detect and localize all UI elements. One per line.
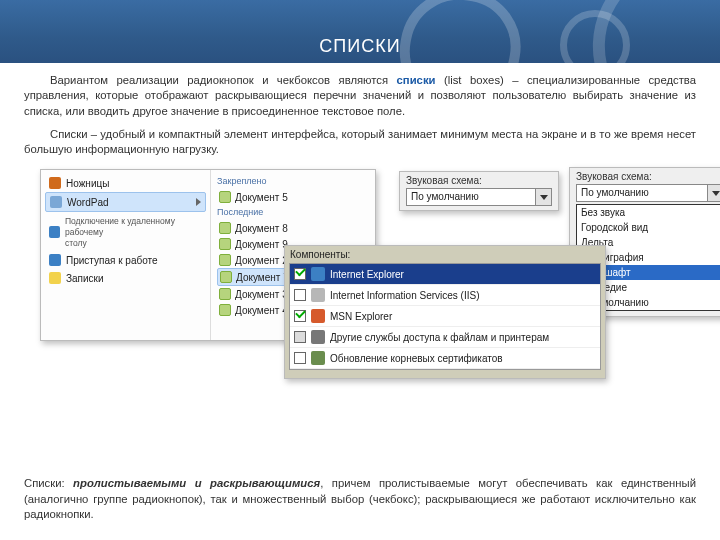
label: MSN Explorer <box>330 311 392 322</box>
component-iis[interactable]: Internet Information Services (IIS) <box>290 285 600 306</box>
checkbox[interactable] <box>294 352 306 364</box>
scissors-icon <box>49 177 61 189</box>
intro-paragraph: Вариантом реализации радиокнопок и чекбо… <box>24 73 696 119</box>
text: Подключение к удаленному рабочему <box>65 216 175 237</box>
iis-icon <box>311 288 325 302</box>
menu-item-snipping[interactable]: Ножницы <box>45 174 206 192</box>
checkbox[interactable] <box>294 289 306 301</box>
note-icon <box>49 272 61 284</box>
chevron-down-icon <box>712 191 720 196</box>
checkbox-checked[interactable] <box>294 310 306 322</box>
dropdown-value: По умолчанию <box>581 187 649 198</box>
option-city[interactable]: Городской вид <box>577 220 720 235</box>
page-title: СПИСКИ <box>0 36 720 57</box>
label: Обновление корневых сертификатов <box>330 353 503 364</box>
label: Документ 3 <box>235 289 288 300</box>
doc-icon <box>219 222 231 234</box>
doc-icon <box>219 288 231 300</box>
label: Документ 8 <box>235 223 288 234</box>
label: WordPad <box>67 197 109 208</box>
menu-item-rdp[interactable]: Подключение к удаленному рабочемустолу <box>45 212 206 251</box>
menu-item-getting-started[interactable]: Приступая к работе <box>45 251 206 269</box>
text: столу <box>65 238 87 248</box>
examples-gallery: Ножницы WordPad Подключение к удаленному… <box>24 165 696 385</box>
label: Internet Explorer <box>330 269 404 280</box>
section-recent: Последние <box>217 207 369 217</box>
ie-icon <box>311 267 325 281</box>
rdp-icon <box>49 226 60 238</box>
sound-scheme-select[interactable]: По умолчанию <box>406 188 552 206</box>
header-banner: СПИСКИ <box>0 0 720 63</box>
section-pinned: Закреплено <box>217 176 369 186</box>
label: Internet Information Services (IIS) <box>330 290 480 301</box>
chevron-down-icon <box>540 195 548 200</box>
dropdown-value: По умолчанию <box>411 191 479 202</box>
component-root-certs[interactable]: Обновление корневых сертификатов <box>290 348 600 369</box>
label: Документ 7 <box>236 272 289 283</box>
dropdown-closed: Звуковая схема: По умолчанию <box>399 171 559 211</box>
chevron-right-icon <box>196 198 201 206</box>
label: Приступая к работе <box>66 255 158 266</box>
components-label: Компоненты: <box>285 246 605 263</box>
components-list: Internet Explorer Internet Information S… <box>289 263 601 370</box>
doc-icon <box>219 191 231 203</box>
start-menu-left-pane: Ножницы WordPad Подключение к удаленному… <box>41 170 211 340</box>
label: Документ 2 <box>235 255 288 266</box>
checkbox-indeterminate[interactable] <box>294 331 306 343</box>
recent-doc[interactable]: Документ 5 <box>217 189 369 205</box>
components-window: Компоненты: Internet Explorer Internet I… <box>284 245 606 379</box>
menu-item-wordpad[interactable]: WordPad <box>45 192 206 212</box>
emphasis: пролистываемыми и раскрывающимися <box>73 477 320 489</box>
dropdown-button[interactable] <box>535 189 551 205</box>
component-ie[interactable]: Internet Explorer <box>290 264 600 285</box>
keyword-lists: списки <box>397 74 436 86</box>
label: Другие службы доступа к файлам и принтер… <box>330 332 549 343</box>
doc-icon <box>220 271 232 283</box>
sound-scheme-select[interactable]: По умолчанию <box>576 184 720 202</box>
msn-icon <box>311 309 325 323</box>
description-paragraph: Списки – удобный и компактный элемент ин… <box>24 127 696 158</box>
checkbox-checked[interactable] <box>294 268 306 280</box>
component-msn[interactable]: MSN Explorer <box>290 306 600 327</box>
option-no-sound[interactable]: Без звука <box>577 205 720 220</box>
wordpad-icon <box>50 196 62 208</box>
dropdown-label: Звуковая схема: <box>406 175 552 186</box>
component-other-services[interactable]: Другие службы доступа к файлам и принтер… <box>290 327 600 348</box>
dropdown-button[interactable] <box>707 185 720 201</box>
cert-icon <box>311 351 325 365</box>
menu-item-notes[interactable]: Записки <box>45 269 206 287</box>
dropdown-label: Звуковая схема: <box>576 171 720 182</box>
summary-paragraph: Списки: пролистываемыми и раскрывающимис… <box>24 476 696 522</box>
services-icon <box>311 330 325 344</box>
recent-doc[interactable]: Документ 8 <box>217 220 369 236</box>
doc-icon <box>219 304 231 316</box>
label: Ножницы <box>66 178 109 189</box>
doc-icon <box>219 238 231 250</box>
label: Документ 5 <box>235 192 288 203</box>
label: Документ 4 <box>235 305 288 316</box>
text: Списки: <box>24 477 73 489</box>
text: Вариантом реализации радиокнопок и чекбо… <box>50 74 397 86</box>
flag-icon <box>49 254 61 266</box>
label: Документ 9 <box>235 239 288 250</box>
doc-icon <box>219 254 231 266</box>
label: Подключение к удаленному рабочемустолу <box>65 215 202 248</box>
label: Записки <box>66 273 104 284</box>
